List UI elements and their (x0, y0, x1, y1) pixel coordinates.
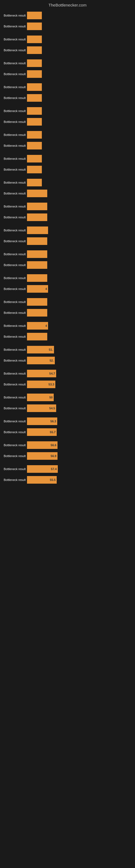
bar-row: Bottleneck result56.9 (0, 451, 135, 461)
bar-row: Bottleneck result54.7 (0, 368, 135, 379)
row-spacer (0, 247, 135, 249)
row-spacer (0, 199, 135, 201)
bar-row: Bottleneck result56.3 (0, 416, 135, 426)
bar-row: Bottleneck result (0, 273, 135, 283)
row-spacer (0, 318, 135, 321)
bar-label: Bottleneck result (0, 192, 27, 195)
row-spacer (0, 342, 135, 344)
bar-label: Bottleneck result (0, 396, 27, 399)
bar-label: Bottleneck result (0, 86, 27, 89)
bar-row: Bottleneck result (0, 45, 135, 55)
bar-wrapper (27, 309, 135, 317)
row-spacer (0, 271, 135, 273)
row-spacer (0, 223, 135, 225)
site-header: TheBottlenecker.com (0, 0, 135, 9)
bar-wrapper: 4 (27, 285, 135, 293)
bar-label: Bottleneck result (0, 62, 27, 65)
bar-value: 4 (45, 287, 47, 290)
bar-wrapper: 57.4 (27, 465, 135, 473)
bar-fill (27, 203, 47, 210)
bar-fill (27, 46, 42, 54)
bar-label: Bottleneck result (0, 359, 27, 362)
bar-row: Bottleneck result (0, 117, 135, 127)
row-spacer (0, 414, 135, 416)
row-spacer (0, 175, 135, 177)
row-spacer (0, 438, 135, 440)
bar-wrapper (27, 142, 135, 150)
bar-label: Bottleneck result (0, 38, 27, 41)
bar-fill (27, 226, 48, 234)
bar-wrapper (27, 35, 135, 43)
bar-row: Bottleneck result (0, 164, 135, 175)
bar-fill (27, 35, 42, 43)
bar-row: Bottleneck result (0, 201, 135, 212)
bar-wrapper (27, 131, 135, 139)
bar-fill: 4 (27, 322, 48, 330)
row-spacer (0, 486, 135, 488)
bar-wrapper (27, 70, 135, 78)
row-spacer (0, 294, 135, 297)
bar-label: Bottleneck result (0, 324, 27, 328)
bar-fill (27, 12, 42, 19)
bar-row: Bottleneck result (0, 260, 135, 270)
bar-fill (27, 83, 42, 91)
bar-wrapper (27, 261, 135, 269)
bar-wrapper: 54.5 (27, 404, 135, 412)
bar-row: Bottleneck result (0, 69, 135, 79)
chart-container: Bottleneck resultBottleneck resultBottle… (0, 9, 135, 489)
bar-row: Bottleneck result (0, 249, 135, 259)
bar-fill (27, 107, 42, 115)
bar-row: Bottleneck result (0, 212, 135, 222)
bar-wrapper: 56.9 (27, 452, 135, 460)
bar-wrapper: 51. (27, 346, 135, 354)
bar-label: Bottleneck result (0, 25, 27, 28)
bar-wrapper (27, 107, 135, 115)
bar-label: Bottleneck result (0, 287, 27, 290)
bar-wrapper (27, 22, 135, 30)
bar-fill: 56.9 (27, 452, 57, 460)
row-spacer (0, 104, 135, 106)
bar-fill (27, 155, 42, 162)
row-spacer (0, 127, 135, 130)
bar-fill: 54.5 (27, 404, 56, 412)
bar-wrapper (27, 83, 135, 91)
bar-label: Bottleneck result (0, 49, 27, 52)
bar-fill: 56.6 (27, 441, 57, 449)
bar-label: Bottleneck result (0, 383, 27, 386)
bar-fill: 57.4 (27, 465, 58, 473)
bar-label: Bottleneck result (0, 276, 27, 280)
bar-wrapper: 56.6 (27, 441, 135, 449)
bar-wrapper (27, 213, 135, 221)
bar-row: Bottleneck result (0, 154, 135, 164)
row-spacer (0, 462, 135, 464)
bar-wrapper: 53.3 (27, 380, 135, 389)
bar-value: 53.3 (49, 383, 54, 386)
bar-wrapper: 52. (27, 356, 135, 365)
bar-row: Bottleneck result (0, 10, 135, 21)
row-spacer (0, 80, 135, 82)
row-spacer (0, 56, 135, 58)
bar-row: Bottleneck result54.5 (0, 403, 135, 413)
bar-row: Bottleneck result (0, 21, 135, 31)
bar-wrapper (27, 94, 135, 102)
bar-fill (27, 94, 42, 102)
bar-row: Bottleneck result57.4 (0, 464, 135, 474)
bar-label: Bottleneck result (0, 229, 27, 232)
bar-fill: 52. (27, 357, 55, 364)
bar-fill (27, 274, 47, 282)
bar-label: Bottleneck result (0, 431, 27, 434)
bar-wrapper (27, 226, 135, 235)
bar-fill: 56.3 (27, 417, 57, 425)
bar-wrapper (27, 11, 135, 20)
bar-row: Bottleneck result (0, 130, 135, 140)
bar-value: 56.6 (51, 443, 56, 447)
bar-row: Bottleneck result (0, 308, 135, 318)
bar-value: 55.5 (50, 478, 56, 482)
bar-fill (27, 214, 47, 221)
bar-value: 54.5 (49, 407, 55, 410)
bar-value: 52. (50, 359, 54, 362)
bar-fill (27, 179, 42, 186)
bar-row: Bottleneck result (0, 236, 135, 246)
bar-fill: 51. (27, 346, 54, 353)
bar-label: Bottleneck result (0, 120, 27, 123)
